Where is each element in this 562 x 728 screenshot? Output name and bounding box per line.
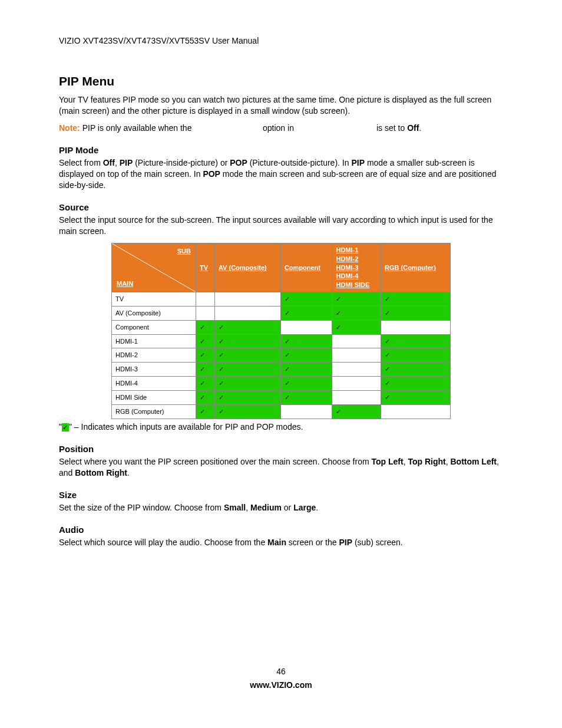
size-heading: Size: [59, 489, 503, 501]
aud-mid: screen or the: [286, 538, 339, 547]
col-hdmi-l3: HDMI-3: [336, 263, 377, 272]
page-title: PIP Menu: [59, 73, 503, 90]
pos-tr: Top Right: [408, 457, 445, 466]
pm-s1: ,: [115, 158, 120, 167]
check-cell: ✓: [381, 292, 451, 307]
table-row: RGB (Computer)✓✓✓: [112, 404, 451, 419]
col-hdmi-l1: HDMI-1: [336, 246, 377, 255]
empty-cell: [214, 306, 280, 320]
check-cell: ✓: [280, 348, 332, 363]
pm-pip: PIP: [120, 158, 133, 167]
check-cell: ✓: [196, 404, 215, 419]
col-component-label: Component: [285, 264, 320, 271]
check-cell: ✓: [280, 306, 332, 320]
note-gap1: [194, 123, 260, 133]
row-label: Component: [112, 320, 196, 334]
check-cell: ✓: [214, 348, 280, 363]
table-row: HDMI-2✓✓✓✓: [112, 348, 451, 363]
size-paragraph: Set the size of the PIP window. Choose f…: [59, 502, 503, 513]
check-cell: ✓: [214, 334, 280, 348]
legend-line: "✓" – Indicates which inputs are availab…: [59, 421, 503, 433]
note-line: Note: PIP is only available when the opt…: [59, 123, 503, 134]
table-row: TV✓✓✓: [112, 292, 451, 307]
check-cell: ✓: [214, 377, 280, 391]
check-cell: ✓: [280, 292, 332, 307]
col-component: Component: [280, 243, 332, 292]
check-cell: ✓: [332, 292, 381, 307]
check-cell: ✓: [332, 306, 381, 320]
aud-t1: Select which source will play the audio.…: [59, 538, 267, 547]
note-off: Off: [407, 123, 419, 133]
check-cell: ✓: [381, 390, 451, 404]
pos-t1: Select where you want the PIP screen pos…: [59, 457, 371, 466]
check-cell: ✓: [196, 363, 215, 377]
aud-end: (sub) screen.: [352, 538, 403, 547]
table-row: HDMI-4✓✓✓✓: [112, 377, 451, 391]
note-t1: PIP is only available when the: [80, 123, 194, 133]
table-row: Component✓✓✓: [112, 320, 451, 334]
pm-poppar: (Picture-outside-picture). In: [247, 158, 352, 167]
size-s3: .: [316, 503, 318, 512]
pm-t1: Select from: [59, 158, 103, 167]
size-t1: Set the size of the PIP window. Choose f…: [59, 503, 224, 512]
row-label: RGB (Computer): [112, 404, 196, 419]
check-cell: ✓: [280, 334, 332, 348]
size-lg: Large: [293, 503, 316, 512]
col-rgb-label: RGB (Computer): [385, 264, 436, 271]
check-cell: ✓: [196, 320, 215, 334]
col-av-label: AV (Composite): [219, 264, 267, 271]
pos-s4: .: [127, 468, 130, 477]
pipmode-heading: PIP Mode: [59, 144, 503, 156]
empty-cell: [196, 306, 215, 320]
col-av: AV (Composite): [214, 243, 280, 292]
check-cell: ✓: [381, 334, 451, 348]
col-rgb: RGB (Computer): [381, 243, 451, 292]
pm-pippar: (Picture-inside-picture) or: [133, 158, 230, 167]
col-hdmi-l5: HDMI SIDE: [336, 281, 377, 289]
check-cell: ✓: [214, 404, 280, 419]
table-row: HDMI-3✓✓✓✓: [112, 363, 451, 377]
aud-main: Main: [267, 538, 286, 547]
check-cell: ✓: [381, 348, 451, 363]
row-label: HDMI-4: [112, 377, 196, 391]
table-corner-cell: SUB MAIN: [112, 243, 196, 292]
check-cell: ✓: [214, 320, 280, 334]
size-s1: ,: [246, 503, 250, 512]
intro-paragraph: Your TV features PIP mode so you can wat…: [59, 94, 503, 117]
col-tv: TV: [196, 243, 215, 292]
legend-check-icon: ✓: [62, 423, 69, 431]
table-row: AV (Composite)✓✓✓: [112, 306, 451, 320]
corner-sub-label: SUB: [177, 247, 191, 256]
page-number: 46: [59, 666, 503, 677]
empty-cell: [280, 404, 332, 419]
row-label: HDMI-2: [112, 348, 196, 363]
col-hdmi-l4: HDMI-4: [336, 272, 377, 281]
size-sm: Small: [224, 503, 246, 512]
pos-br: Bottom Right: [75, 468, 127, 477]
empty-cell: [332, 377, 381, 391]
row-label: HDMI-1: [112, 334, 196, 348]
table-row: HDMI Side✓✓✓✓: [112, 390, 451, 404]
note-t2: option in: [263, 123, 296, 133]
audio-paragraph: Select which source will play the audio.…: [59, 537, 503, 548]
legend-q2: " – Indicates which inputs are available…: [69, 422, 303, 431]
pm-pop2: POP: [203, 169, 220, 179]
check-cell: ✓: [332, 404, 381, 419]
pip-compat-table: SUB MAIN TV AV (Composite) Component HDM…: [111, 243, 451, 419]
check-cell: ✓: [381, 363, 451, 377]
empty-cell: [280, 320, 332, 334]
pm-off: Off: [103, 158, 115, 167]
table-row: HDMI-1✓✓✓✓: [112, 334, 451, 348]
check-cell: ✓: [196, 390, 215, 404]
empty-cell: [332, 363, 381, 377]
check-cell: ✓: [332, 320, 381, 334]
empty-cell: [214, 292, 280, 307]
corner-main-label: MAIN: [117, 279, 133, 288]
check-cell: ✓: [280, 377, 332, 391]
check-cell: ✓: [196, 348, 215, 363]
empty-cell: [196, 292, 215, 307]
aud-pip: PIP: [339, 538, 352, 547]
empty-cell: [332, 348, 381, 363]
size-md: Medium: [250, 503, 282, 512]
empty-cell: [381, 320, 451, 334]
